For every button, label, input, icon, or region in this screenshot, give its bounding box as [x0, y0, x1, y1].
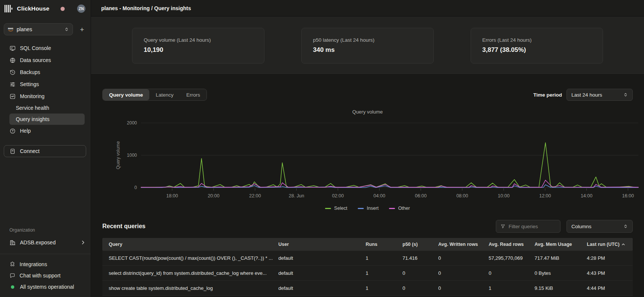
system-status[interactable]: All systems operational	[0, 281, 91, 292]
column-header-mem-usage[interactable]: Avg. Mem Usage	[535, 242, 587, 247]
table-row[interactable]: select distrinct(query_id) from system.d…	[102, 266, 633, 281]
cell-p50: 71.416	[402, 255, 438, 261]
filter-queries-input[interactable]	[509, 224, 556, 229]
top-bar: planes - Monitoring / Query insights	[91, 0, 644, 17]
cell-last-run: 4:43 PM	[587, 270, 633, 276]
svg-text:06:00: 06:00	[415, 193, 427, 199]
stats-band: Query volume (Last 24 hours) 10,190 p50 …	[91, 17, 644, 74]
cell-mem-usage: 717.47 MiB	[535, 255, 587, 261]
table-row[interactable]: SELECT CAST(round(pow(count() / max(coun…	[102, 251, 633, 266]
columns-select[interactable]: Columns	[567, 220, 633, 233]
recent-queries-section: Recent queries Columns Query	[91, 220, 644, 296]
recording-dot-icon	[61, 7, 65, 11]
sidebar-item-label: Data sources	[20, 57, 51, 63]
sliders-icon	[9, 81, 16, 88]
cell-last-run: 4:44 PM	[587, 285, 633, 291]
table-row[interactable]: show create table system.distributed_cac…	[102, 281, 633, 296]
cell-read-rows: 57,295,770,069	[489, 255, 535, 261]
service-name: planes	[17, 26, 61, 32]
svg-text:28. Jun: 28. Jun	[289, 193, 304, 199]
legend-item-insert[interactable]: Insert	[358, 206, 378, 211]
connect-button[interactable]: Connect	[4, 145, 86, 157]
stat-card-p50-latency: p50 latency (Last 24 hours) 340 ms	[301, 28, 434, 64]
svg-text:Query volume: Query volume	[115, 141, 121, 169]
clickhouse-logo-icon	[5, 5, 14, 12]
column-header-runs[interactable]: Runs	[366, 242, 402, 247]
sidebar-item-integrations[interactable]: Integrations	[0, 259, 91, 270]
svg-text:1000: 1000	[127, 153, 137, 158]
sidebar-item-settings[interactable]: Settings	[9, 78, 85, 90]
svg-text:22:00: 22:00	[249, 193, 261, 199]
organization-switcher[interactable]: ADSB.exposed	[0, 236, 91, 249]
funnel-icon	[501, 224, 505, 229]
stat-value: 3,877 (38.05%)	[482, 46, 591, 54]
legend-item-other[interactable]: Other	[389, 206, 410, 211]
time-period-select[interactable]: Last 24 hours	[567, 89, 633, 101]
svg-text:08:00: 08:00	[456, 193, 468, 199]
svg-text:10:00: 10:00	[498, 193, 509, 199]
svg-text:16:00: 16:00	[622, 193, 634, 199]
add-service-button[interactable]: +	[77, 24, 87, 34]
time-period-value: Last 24 hours	[571, 92, 602, 98]
globe-icon	[9, 57, 16, 64]
tab-latency[interactable]: Latency	[149, 89, 180, 100]
column-header-p50[interactable]: p50 (s)	[402, 242, 438, 247]
column-header-last-run[interactable]: Last run (UTC)	[587, 242, 633, 247]
service-selector[interactable]: aws planes	[4, 23, 73, 35]
sidebar-item-label: Help	[20, 128, 31, 134]
stat-card-errors: Errors (Last 24 hours) 3,877 (38.05%)	[471, 28, 603, 64]
tab-errors[interactable]: Errors	[180, 89, 207, 100]
sidebar-item-backups[interactable]: Backups	[9, 66, 85, 78]
cell-written-rows: 0	[438, 255, 489, 261]
sidebar-item-label: Monitoring	[20, 93, 44, 99]
cell-query: SELECT CAST(round(pow(count() / max(coun…	[109, 255, 278, 261]
columns-label: Columns	[571, 224, 591, 229]
legend-item-select[interactable]: Select	[325, 206, 347, 211]
cell-last-run: 4:28 PM	[587, 255, 633, 261]
sidebar-item-monitoring[interactable]: Monitoring	[9, 90, 85, 102]
stat-label: Query volume (Last 24 hours)	[144, 37, 253, 43]
app-title: ClickHouse	[17, 5, 49, 12]
chevron-up-down-icon	[623, 224, 628, 229]
sidebar-item-data-sources[interactable]: Data sources	[9, 54, 85, 66]
aws-icon: aws	[8, 27, 13, 32]
puzzle-icon	[9, 261, 15, 267]
cell-read-rows: 1	[489, 285, 535, 291]
sidebar-item-query-insights[interactable]: Query insights	[9, 114, 85, 125]
sidebar-item-help[interactable]: Help	[9, 125, 85, 137]
cell-runs: 1	[366, 255, 402, 261]
chart-tabs: Query volume Latency Errors	[102, 89, 207, 101]
column-header-user[interactable]: User	[278, 242, 366, 247]
column-header-written-rows[interactable]: Avg. Written rows	[438, 242, 489, 247]
sidebar-item-chat-support[interactable]: Chat with support	[0, 270, 91, 281]
user-avatar[interactable]: ZN	[77, 5, 85, 13]
organization-section-label: Organization	[0, 227, 91, 233]
stat-card-query-volume: Query volume (Last 24 hours) 10,190	[132, 28, 264, 64]
sidebar: ClickHouse ZN aws planes + SQL Console	[0, 0, 91, 297]
legend-swatch-icon	[389, 208, 395, 209]
sort-ascending-icon	[621, 242, 625, 246]
sidebar-nav: SQL Console Data sources Backups Setting…	[0, 42, 91, 137]
column-header-query[interactable]: Query	[109, 242, 278, 247]
time-period-label: Time period	[533, 92, 562, 98]
footer-item-label: Integrations	[20, 261, 47, 267]
stat-label: Errors (Last 24 hours)	[482, 37, 591, 43]
sidebar-item-label: Query insights	[16, 116, 49, 122]
main-content: planes - Monitoring / Query insights Que…	[91, 0, 644, 297]
cell-runs: 1	[366, 270, 402, 276]
sidebar-item-sql-console[interactable]: SQL Console	[9, 42, 85, 54]
svg-text:14:00: 14:00	[581, 193, 592, 199]
svg-text:04:00: 04:00	[374, 193, 385, 199]
cell-user: default	[278, 285, 366, 291]
organization-name: ADSB.exposed	[20, 239, 56, 245]
sidebar-item-service-health[interactable]: Service health	[9, 102, 85, 114]
svg-text:2000: 2000	[127, 120, 137, 126]
chat-bubble-icon	[9, 273, 15, 279]
column-header-read-rows[interactable]: Avg. Read rows	[489, 242, 535, 247]
filter-queries-box[interactable]	[496, 220, 560, 233]
tab-query-volume[interactable]: Query volume	[103, 89, 149, 100]
cell-p50: 0	[402, 270, 438, 276]
connect-icon	[9, 148, 16, 155]
chart-section: Query volume Latency Errors Time period …	[91, 74, 644, 211]
svg-text:18:00: 18:00	[166, 193, 178, 199]
